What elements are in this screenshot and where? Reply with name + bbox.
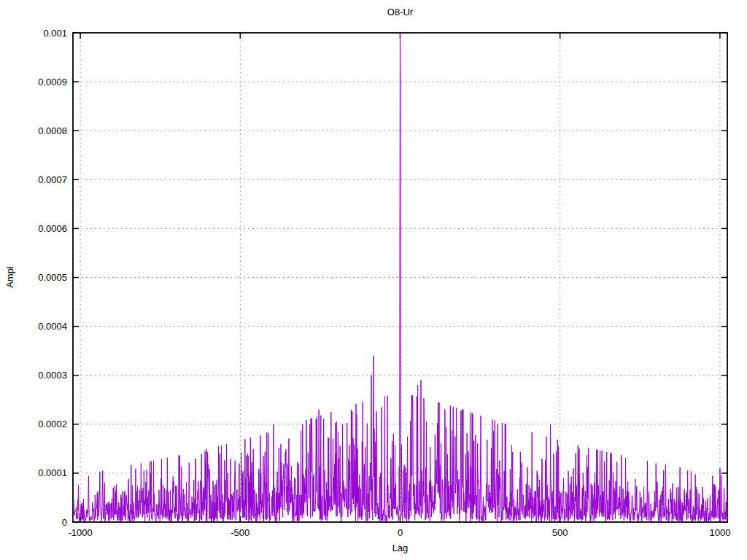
y-tick-label: 0.0009 [38,77,67,88]
chart-figure: O8-Ur Ampl 00.00010.00020.00030.00040.00… [0,0,747,560]
y-tick-label: 0.0005 [38,272,67,283]
x-tick-label: 1000 [709,527,730,538]
x-tick-label: 0 [398,527,403,538]
y-tick-label: 0.0004 [38,321,67,332]
x-tick-label: -500 [231,527,249,538]
y-tick-label: 0.0001 [38,467,67,478]
y-tick-label: 0 [62,517,67,528]
x-tick-label: -1000 [68,527,92,538]
plot-area: 00.00010.00020.00030.00040.00050.00060.0… [0,0,747,560]
y-tick-label: 0.0007 [38,174,67,185]
x-tick-label: 500 [552,527,568,538]
y-tick-label: 0.0003 [38,370,67,381]
x-axis-label: Lag [73,542,727,553]
y-tick-label: 0.0002 [38,419,67,429]
y-tick-label: 0.0008 [38,125,67,136]
data-series-line [73,33,727,521]
y-tick-label: 0.0006 [38,223,67,234]
y-tick-label: 0.001 [43,28,67,39]
